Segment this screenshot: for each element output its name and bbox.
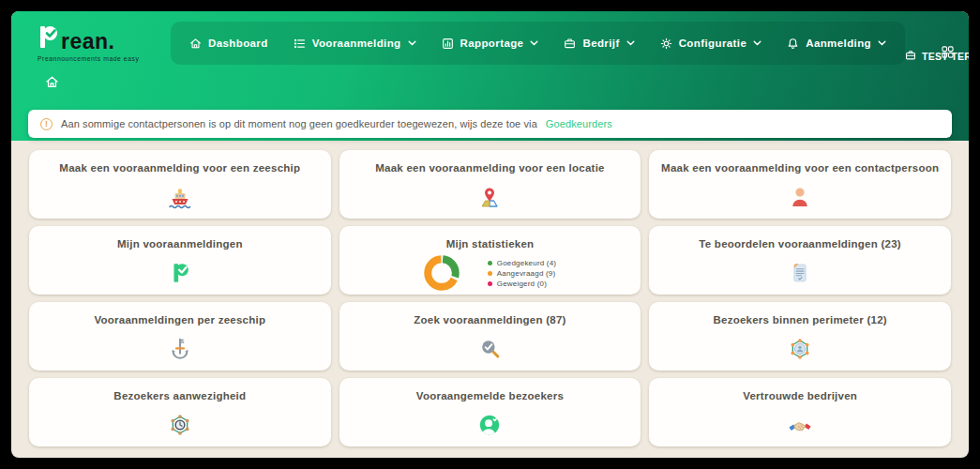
- stats-content: Goedgekeurd (4) Aangevraagd (9) Geweiger…: [424, 251, 556, 295]
- ship-icon: [166, 174, 194, 219]
- legend-item-aangevraagd: Aangevraagd (9): [488, 269, 556, 278]
- nav-item-aanmelding[interactable]: Aanmelding: [787, 38, 886, 50]
- bar-chart-icon: [442, 38, 454, 50]
- card-bezoekers-aanwezigheid[interactable]: Bezoekers aanwezigheid: [29, 378, 331, 446]
- card-title: Mijn statistieken: [446, 238, 535, 250]
- briefcase-icon: [564, 38, 576, 50]
- header-top: rean. Preannouncements made easy Dashboa…: [11, 11, 969, 66]
- card-zoek-vooraanmeldingen[interactable]: Zoek vooraanmeldingen (87): [339, 302, 641, 371]
- nav-label: Rapportage: [460, 38, 524, 49]
- legend-dot-orange: [488, 271, 492, 276]
- list-icon: [294, 38, 306, 50]
- main-nav: Dashboard Vooraanmelding: [171, 22, 905, 65]
- nav-item-dashboard[interactable]: Dashboard: [189, 38, 268, 50]
- breadcrumb-home-icon[interactable]: [45, 75, 59, 93]
- card-create-zeeschip[interactable]: Maak een vooraanmelding voor een zeeschi…: [29, 150, 331, 219]
- chevron-down-icon: [878, 40, 886, 46]
- card-title: Maak een vooraanmelding voor een contact…: [661, 162, 939, 174]
- card-te-beoordelen[interactable]: Te beoordelen vooraanmeldingen (23): [649, 226, 951, 295]
- legend-dot-green: [488, 261, 492, 265]
- chevron-down-icon: [626, 40, 635, 46]
- handshake-icon: [786, 402, 814, 446]
- anchor-icon: [167, 326, 193, 371]
- card-mijn-vooraanmeldingen[interactable]: Mijn vooraanmeldingen: [29, 226, 331, 295]
- brand-p-checkmark-icon: [38, 24, 60, 53]
- breadcrumb: [11, 66, 969, 94]
- terminal-selector[interactable]: TEST TERMINAL (18992): [905, 50, 969, 63]
- card-title: Bezoekers binnen perimeter (12): [713, 314, 886, 325]
- legend-label: Goedgekeurd (4): [497, 259, 556, 267]
- card-per-zeeschip[interactable]: Vooraanmeldingen per zeeschip: [29, 302, 331, 371]
- perimeter-icon: [787, 326, 813, 371]
- prean-check-icon: [167, 250, 193, 295]
- nav-item-bedrijf[interactable]: Bedrijf: [564, 38, 634, 50]
- legend-item-goedgekeurd: Goedgekeurd (4): [488, 259, 556, 267]
- card-title: Maak een vooraanmelding voor een zeeschi…: [59, 162, 300, 174]
- nav-item-vooraanmelding[interactable]: Vooraanmelding: [294, 38, 416, 50]
- search-icon: [476, 326, 503, 371]
- card-title: Bezoekers aanwezigheid: [113, 390, 246, 401]
- nav-label: Vooraanmelding: [312, 38, 401, 49]
- brand-name: rean.: [61, 31, 114, 53]
- nav-label: Bedrijf: [582, 38, 619, 49]
- warning-banner: ! Aan sommige contactpersonen is op dit …: [28, 110, 952, 138]
- gear-icon: [660, 38, 672, 50]
- nav-label: Aanmelding: [806, 38, 871, 49]
- chevron-down-icon: [408, 40, 416, 46]
- card-title: Maak een vooraanmelding voor een locatie: [375, 162, 605, 174]
- user-block: Jane Doe TEST TERMINAL (18992): [905, 28, 969, 63]
- legend-dot-red: [488, 281, 492, 286]
- brand-logo[interactable]: rean. Preannouncements made easy: [38, 24, 158, 62]
- document-icon: [787, 250, 813, 295]
- card-title: Vooraangemelde bezoekers: [416, 390, 564, 401]
- briefcase-icon: [905, 50, 916, 63]
- legend-label: Aangevraagd (9): [497, 269, 556, 278]
- chart-legend: Goedgekeurd (4) Aangevraagd (9) Geweiger…: [488, 259, 556, 288]
- donut-chart: [424, 255, 460, 291]
- chevron-down-icon: [753, 40, 761, 46]
- apps-grid-icon[interactable]: [942, 45, 954, 62]
- dashboard-grid: Maak een vooraanmelding voor een zeeschi…: [11, 141, 969, 456]
- card-title: Mijn vooraanmeldingen: [117, 238, 243, 250]
- visitor-icon: [476, 402, 503, 446]
- nav-label: Dashboard: [208, 38, 268, 49]
- contact-person-icon: [786, 174, 814, 219]
- card-create-locatie[interactable]: Maak een vooraanmelding voor een locatie: [339, 150, 641, 219]
- nav-item-rapportage[interactable]: Rapportage: [442, 38, 539, 50]
- nav-label: Configuratie: [679, 38, 747, 49]
- card-title: Vooraanmeldingen per zeeschip: [94, 314, 265, 325]
- nav-item-configuratie[interactable]: Configuratie: [660, 38, 762, 50]
- goedkeurders-link[interactable]: Goedkeurders: [546, 118, 612, 129]
- banner-text: Aan sommige contactpersonen is op dit mo…: [61, 118, 537, 129]
- card-vooraangemelde-bezoekers[interactable]: Vooraangemelde bezoekers: [339, 378, 641, 446]
- header: rean. Preannouncements made easy Dashboa…: [11, 11, 969, 141]
- presence-icon: [167, 402, 193, 446]
- app-window: rean. Preannouncements made easy Dashboa…: [11, 11, 969, 458]
- card-title: Zoek vooraanmeldingen (87): [414, 314, 565, 325]
- card-title: Vertrouwde bedrijven: [743, 390, 857, 401]
- legend-item-geweigerd: Geweigerd (0): [488, 280, 556, 288]
- card-mijn-statistieken[interactable]: Mijn statistieken Goedgekeurd (4) Aangev…: [339, 226, 641, 295]
- warning-icon: !: [40, 118, 53, 130]
- bell-icon: [787, 38, 799, 50]
- card-bezoekers-perimeter[interactable]: Bezoekers binnen perimeter (12): [649, 302, 951, 371]
- brand-tagline: Preannouncements made easy: [38, 55, 158, 62]
- legend-label: Geweigerd (0): [497, 280, 547, 288]
- chevron-down-icon: [530, 40, 538, 46]
- home-icon: [189, 38, 202, 50]
- card-create-contactpersoon[interactable]: Maak een vooraanmelding voor een contact…: [649, 150, 951, 219]
- card-vertrouwde-bedrijven[interactable]: Vertrouwde bedrijven: [649, 378, 951, 446]
- card-title: Te beoordelen vooraanmeldingen (23): [699, 238, 901, 250]
- map-pin-icon: [475, 174, 504, 219]
